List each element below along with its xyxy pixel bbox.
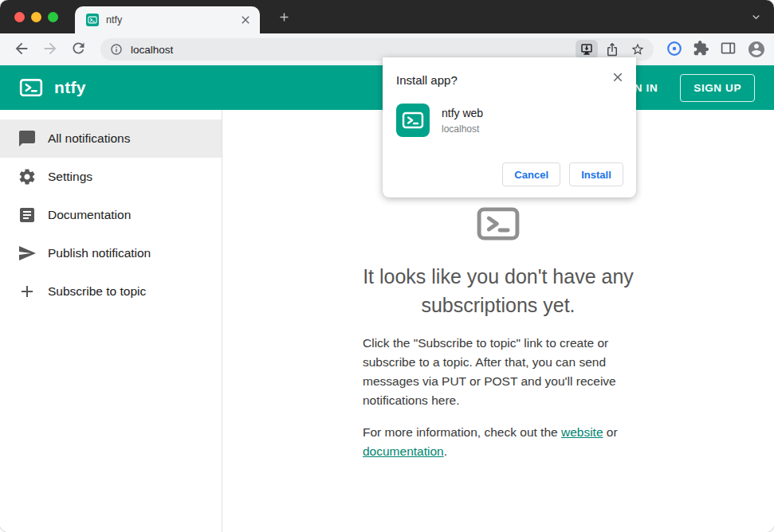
tab-strip: ntfy	[0, 0, 774, 33]
forward-icon[interactable]	[41, 40, 61, 59]
documentation-link[interactable]: documentation	[363, 444, 444, 458]
extensions-area	[662, 40, 774, 59]
extension-icon[interactable]	[666, 40, 685, 59]
sidebar-item-all-notifications[interactable]: All notifications	[0, 119, 222, 158]
url-text[interactable]: localhost	[131, 44, 572, 56]
ntfy-logo-large-icon	[473, 201, 523, 246]
brand-name: ntfy	[54, 78, 86, 97]
dialog-app-row: ntfy web localhost	[396, 104, 483, 137]
install-app-dialog: Install app? ntfy web localhost Cancel I…	[383, 57, 636, 198]
tab-search-chevron-icon[interactable]	[749, 10, 763, 24]
dialog-app-name: ntfy web	[442, 107, 483, 119]
sidebar-item-label: Settings	[48, 170, 92, 184]
sidebar-item-settings[interactable]: Settings	[0, 158, 222, 196]
minimize-window-button[interactable]	[31, 12, 41, 22]
dialog-actions: Cancel Install	[502, 162, 623, 186]
tab-title: ntfy	[106, 14, 239, 25]
sidebar-item-label: All notifications	[48, 131, 130, 146]
share-icon[interactable]	[601, 40, 623, 59]
dialog-app-origin: localhost	[442, 123, 483, 135]
chat-bubble-icon	[18, 129, 37, 148]
extensions-puzzle-icon[interactable]	[693, 40, 712, 59]
dialog-title: Install app?	[396, 73, 458, 87]
sign-up-button[interactable]: SIGN UP	[680, 74, 755, 102]
reload-icon[interactable]	[70, 40, 89, 59]
empty-state-paragraph: Click the "Subscribe to topic" link to c…	[363, 334, 634, 410]
browser-window: ntfy localhost	[0, 0, 774, 532]
side-panel-icon[interactable]	[720, 40, 739, 59]
plus-icon	[18, 282, 37, 301]
empty-state-heading: It looks like you don't have any subscri…	[327, 262, 670, 319]
send-icon	[18, 244, 37, 263]
paragraph-text: For more information, check out the	[363, 425, 561, 439]
ntfy-app-icon	[396, 104, 430, 137]
ntfy-favicon	[86, 14, 99, 26]
install-app-icon[interactable]	[576, 40, 598, 59]
paragraph-text: .	[444, 444, 447, 458]
close-tab-icon[interactable]	[239, 14, 252, 26]
sidebar-item-publish-notification[interactable]: Publish notification	[0, 234, 222, 272]
bookmark-star-icon[interactable]	[627, 40, 649, 59]
install-button[interactable]: Install	[569, 162, 623, 186]
site-info-icon[interactable]	[110, 43, 123, 56]
paragraph-text: or	[603, 425, 618, 439]
window-controls	[14, 12, 58, 22]
maximize-window-button[interactable]	[48, 12, 58, 22]
cancel-button[interactable]: Cancel	[502, 162, 560, 186]
sidebar: All notifications Settings Documentation…	[0, 110, 222, 532]
sidebar-item-subscribe-to-topic[interactable]: Subscribe to topic	[0, 272, 222, 311]
sidebar-item-label: Documentation	[48, 208, 131, 222]
book-icon	[18, 205, 37, 225]
ntfy-logo-icon	[19, 76, 43, 100]
profile-avatar-icon[interactable]	[747, 40, 766, 59]
browser-tab-ntfy[interactable]: ntfy	[75, 6, 260, 33]
sidebar-item-label: Publish notification	[48, 246, 151, 260]
sidebar-item-documentation[interactable]: Documentation	[0, 196, 222, 234]
dialog-close-icon[interactable]	[611, 70, 625, 84]
sidebar-item-label: Subscribe to topic	[48, 284, 146, 299]
empty-state-links-paragraph: For more information, check out the webs…	[363, 423, 634, 461]
close-window-button[interactable]	[14, 12, 25, 22]
back-icon[interactable]	[13, 40, 32, 59]
new-tab-button[interactable]	[277, 10, 291, 24]
gear-icon	[18, 167, 37, 186]
website-link[interactable]: website	[561, 425, 603, 439]
